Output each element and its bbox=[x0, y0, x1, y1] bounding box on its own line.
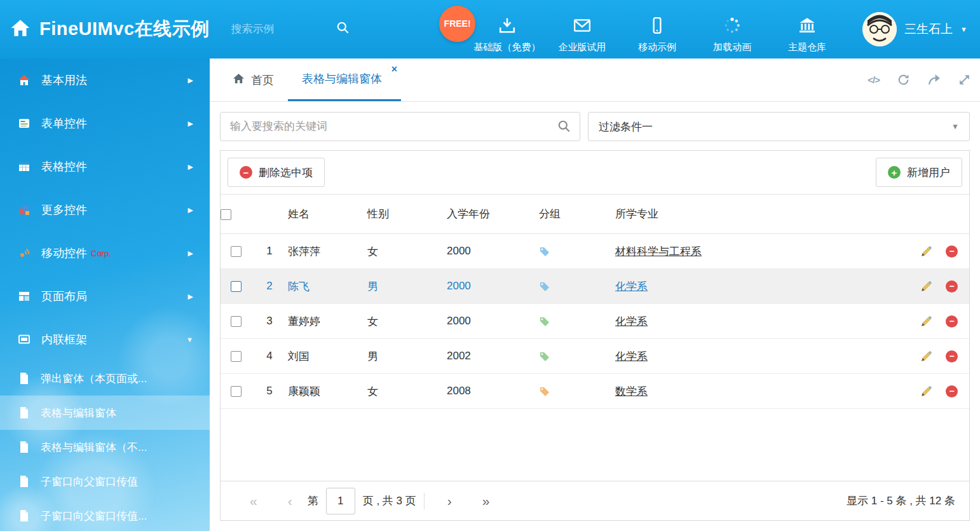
nav-item-enterprise-trial[interactable]: 企业版试用 bbox=[545, 6, 620, 53]
major-link[interactable]: 化学系 bbox=[615, 280, 648, 293]
major-link[interactable]: 化学系 bbox=[615, 315, 648, 328]
row-number: 4 bbox=[251, 339, 288, 374]
delete-selected-button[interactable]: − 删除选中项 bbox=[228, 158, 325, 187]
search-icon[interactable] bbox=[336, 21, 350, 38]
last-page-button[interactable]: » bbox=[467, 494, 505, 507]
expand-icon[interactable] bbox=[958, 73, 971, 86]
delete-icon[interactable]: − bbox=[946, 245, 958, 258]
sidebar-item-label: 基本用法 bbox=[41, 72, 188, 88]
plus-icon: + bbox=[888, 166, 901, 179]
major-link[interactable]: 化学系 bbox=[615, 350, 648, 362]
header-search-input[interactable] bbox=[231, 23, 336, 36]
nav-item-mobile-demo[interactable]: 移动示例 bbox=[620, 6, 695, 53]
sidebar-subitem-label: 表格与编辑窗体 bbox=[41, 406, 116, 420]
next-page-button[interactable]: › bbox=[432, 494, 467, 507]
grid-panel: − 删除选中项 + 新增用户 姓名 bbox=[220, 150, 970, 521]
table-row[interactable]: 3 董婷婷 女 2000 化学系 − bbox=[221, 304, 969, 339]
sidebar-subitem-grid-edit-window[interactable]: 表格与编辑窗体 bbox=[0, 396, 210, 430]
refresh-icon[interactable] bbox=[897, 73, 910, 86]
user-menu[interactable]: 三生石上 ▼ bbox=[862, 12, 967, 46]
sidebar-item-label: 页面布局 bbox=[41, 289, 188, 304]
row-checkbox[interactable] bbox=[231, 351, 242, 362]
table-icon bbox=[18, 160, 31, 173]
major-link[interactable]: 数学系 bbox=[615, 385, 648, 397]
app-title: FineUIMvc在线示例 bbox=[39, 17, 210, 42]
home-icon bbox=[233, 72, 245, 88]
sidebar-item-grid-controls[interactable]: 表格控件 ▶ bbox=[0, 145, 210, 188]
edit-icon[interactable] bbox=[920, 245, 933, 258]
share-icon[interactable] bbox=[927, 73, 941, 86]
prev-page-button[interactable]: ‹ bbox=[273, 494, 308, 507]
delete-icon[interactable]: − bbox=[946, 385, 958, 397]
row-number: 3 bbox=[251, 304, 288, 339]
major-link[interactable]: 材料科学与工程系 bbox=[615, 245, 702, 258]
main-content: 首页 表格与编辑窗体 × </> bbox=[210, 59, 980, 531]
nav-item-basic-free[interactable]: FREE! 基础版（免费） bbox=[470, 6, 545, 53]
sidebar-item-form-controls[interactable]: 表单控件 ▶ bbox=[0, 102, 210, 145]
row-checkbox[interactable] bbox=[231, 246, 242, 257]
table-row[interactable]: 5 康颖颖 女 2008 数学系 − bbox=[221, 374, 969, 409]
search-icon[interactable] bbox=[557, 120, 571, 136]
edit-icon[interactable] bbox=[920, 385, 933, 397]
sidebar-item-basic-usage[interactable]: 基本用法 ▶ bbox=[0, 59, 210, 102]
edit-icon[interactable] bbox=[920, 350, 933, 362]
table-row[interactable]: 4 刘国 男 2002 化学系 − bbox=[221, 339, 969, 374]
file-icon bbox=[19, 441, 29, 453]
sidebar-subitem-child-to-parent[interactable]: 子窗口向父窗口传值 bbox=[0, 464, 210, 499]
cell-year: 2000 bbox=[447, 304, 539, 339]
row-checkbox[interactable] bbox=[231, 281, 242, 292]
edit-icon[interactable] bbox=[920, 315, 933, 328]
cell-gender: 男 bbox=[367, 269, 447, 304]
sidebar-subitem-label: 子窗口向父窗口传值 bbox=[41, 474, 138, 489]
delete-icon[interactable]: − bbox=[946, 315, 958, 328]
cell-year: 2002 bbox=[447, 339, 539, 374]
close-icon[interactable]: × bbox=[391, 64, 397, 74]
tab-home[interactable]: 首页 bbox=[219, 59, 288, 101]
nav-label: 企业版试用 bbox=[559, 41, 606, 53]
sidebar-item-mobile-controls[interactable]: 移动控件Corp. ▶ bbox=[0, 231, 210, 275]
edit-icon[interactable] bbox=[920, 280, 933, 293]
cell-gender: 女 bbox=[367, 374, 447, 409]
sidebar-item-more-controls[interactable]: 更多控件 ▶ bbox=[0, 188, 210, 231]
select-all-checkbox[interactable] bbox=[221, 209, 231, 220]
chevron-down-icon: ▼ bbox=[186, 336, 193, 343]
bank-icon bbox=[798, 17, 817, 37]
delete-icon[interactable]: − bbox=[946, 280, 958, 293]
blocks-icon bbox=[18, 203, 31, 216]
row-checkbox[interactable] bbox=[231, 316, 242, 327]
sidebar-subitem-popup-window[interactable]: 弹出窗体（本页面或... bbox=[0, 361, 210, 396]
table-row[interactable]: 2 陈飞 男 2000 化学系 − bbox=[221, 269, 969, 304]
sidebar-subitem-child-to-parent-2[interactable]: 子窗口向父窗口传值... bbox=[0, 499, 210, 531]
chevron-right-icon: ▶ bbox=[188, 249, 193, 258]
filter-dropdown[interactable]: 过滤条件一 ▼ bbox=[588, 112, 970, 141]
sidebar-item-page-layout[interactable]: 页面布局 ▶ bbox=[0, 275, 210, 318]
cell-year: 2000 bbox=[447, 234, 539, 269]
table-row[interactable]: 1 张萍萍 女 2000 材料科学与工程系 − bbox=[221, 234, 969, 269]
pagination-bar: « ‹ 第 页 , 共 3 页 › » 显示 1 - 5 条 , 共 12 条 bbox=[221, 481, 969, 520]
cell-name: 刘国 bbox=[288, 339, 367, 374]
corp-badge: Corp. bbox=[91, 249, 111, 258]
sidebar-item-label: 表格控件 bbox=[41, 159, 188, 174]
frame-icon bbox=[18, 333, 31, 346]
sidebar-item-inline-frame[interactable]: 内联框架 ▼ bbox=[0, 318, 210, 361]
sidebar-subitem-grid-edit-window-2[interactable]: 表格与编辑窗体（不... bbox=[0, 430, 210, 464]
avatar bbox=[862, 12, 897, 46]
user-name: 三生石上 bbox=[904, 21, 953, 38]
nav-item-loading-animations[interactable]: 加载动画 bbox=[695, 6, 770, 53]
add-user-button[interactable]: + 新增用户 bbox=[876, 158, 962, 187]
row-number: 5 bbox=[251, 374, 288, 409]
nav-item-theme-repo[interactable]: 主题仓库 bbox=[770, 6, 845, 53]
envelope-icon bbox=[573, 17, 592, 37]
row-number: 1 bbox=[251, 234, 288, 269]
chevron-right-icon: ▶ bbox=[188, 76, 193, 85]
sidebar-item-label: 移动控件Corp. bbox=[41, 245, 188, 261]
nav-label: 基础版（免费） bbox=[474, 41, 541, 53]
delete-icon[interactable]: − bbox=[946, 350, 958, 362]
code-icon[interactable]: </> bbox=[868, 74, 880, 85]
tab-grid-edit-window[interactable]: 表格与编辑窗体 × bbox=[288, 59, 401, 101]
page-number-input[interactable] bbox=[326, 488, 355, 514]
row-checkbox[interactable] bbox=[231, 386, 242, 397]
chevron-down-icon: ▼ bbox=[960, 25, 967, 33]
first-page-button[interactable]: « bbox=[235, 494, 273, 507]
keyword-search-input[interactable] bbox=[220, 112, 580, 141]
